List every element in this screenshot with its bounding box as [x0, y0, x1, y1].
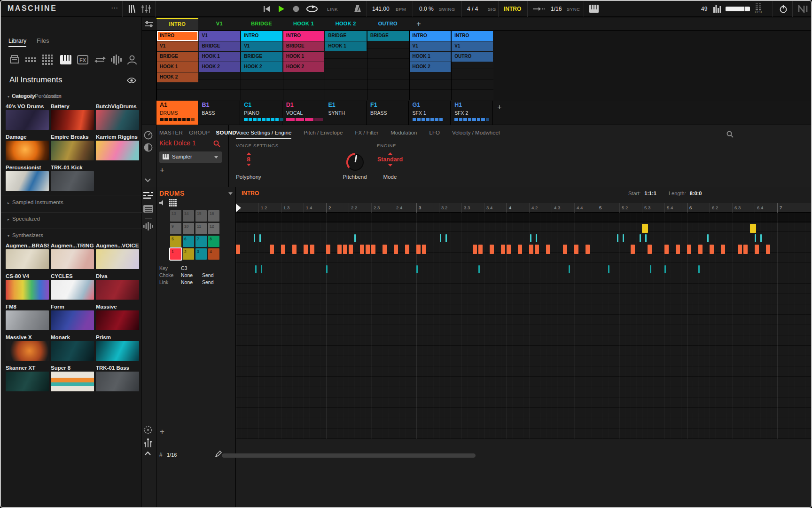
pad-6[interactable]: 6	[183, 236, 194, 247]
arrangement-cell-a1-hook-2[interactable]: HOOK 2	[157, 72, 198, 82]
note-hat[interactable]	[707, 234, 709, 242]
arrangement-cell-h1-outro[interactable]: OUTRO	[452, 52, 493, 62]
fx-icon[interactable]: FX	[77, 55, 88, 64]
editor-pattern-title[interactable]: INTRO	[242, 190, 259, 197]
param-extra-link[interactable]: Send	[202, 279, 214, 285]
instrument-tile-percussionist[interactable]	[6, 171, 49, 191]
browser-toggle-icon[interactable]	[127, 5, 136, 13]
arrangement-cell-c1-v1[interactable]: V1	[241, 41, 282, 51]
param-extra-choke[interactable]: Send	[202, 272, 214, 278]
note-kick[interactable]	[518, 245, 522, 254]
instrument-tile-augmen-trings[interactable]	[51, 249, 94, 269]
list-view-icon[interactable]	[143, 205, 153, 213]
step-size-value[interactable]: 1/16	[167, 452, 177, 458]
note-hat[interactable]	[259, 234, 261, 242]
note-kick[interactable]	[721, 245, 725, 254]
arrangement-cell-c1-hook-2[interactable]: HOOK 2	[241, 62, 282, 72]
note-kick[interactable]	[343, 245, 347, 254]
note-accent[interactable]	[642, 224, 648, 233]
pad-7[interactable]: 7	[195, 236, 207, 247]
note-hat[interactable]	[440, 234, 441, 242]
note-kick[interactable]	[326, 245, 330, 254]
note-perc[interactable]	[608, 265, 609, 273]
arrangement-cell-d1-intro[interactable]: INTRO	[283, 31, 325, 41]
samples-icon[interactable]	[111, 55, 122, 65]
plugin-search-icon[interactable]	[726, 131, 734, 138]
note-kick[interactable]	[490, 245, 494, 254]
sounds-icon[interactable]	[42, 55, 53, 65]
scene-tab-hook-1[interactable]: HOOK 1	[283, 18, 325, 30]
plugin-tab-lfo[interactable]: LFO	[429, 130, 440, 139]
song-view-icon[interactable]	[144, 143, 153, 152]
pad-16[interactable]: 16	[208, 210, 219, 222]
instrument-tile-monark[interactable]	[51, 341, 94, 361]
tab-files[interactable]: Files	[37, 38, 49, 44]
note-hat[interactable]	[755, 234, 756, 242]
instrument-tile-form[interactable]	[51, 310, 94, 330]
mode-value[interactable]: Standard	[372, 155, 408, 164]
note-kick[interactable]	[687, 245, 691, 254]
more-options-icon[interactable]: ⋯	[111, 4, 118, 12]
note-kick[interactable]	[698, 245, 703, 254]
section-header-sampled-instruments[interactable]: ▸Sampled Instruments	[5, 199, 146, 208]
arrangement-cell-e1-bridge[interactable]: BRIDGE	[325, 31, 367, 41]
param-value-choke[interactable]: None	[181, 272, 193, 278]
ideas-view-icon[interactable]	[144, 131, 153, 140]
projects-icon[interactable]	[9, 55, 20, 64]
modulation-pane-icon[interactable]	[144, 426, 152, 434]
note-kick[interactable]	[546, 245, 550, 254]
pad-15[interactable]: 15	[195, 210, 207, 222]
group-box-e1[interactable]: E1SYNTH	[325, 101, 367, 125]
note-kick[interactable]	[473, 245, 477, 254]
mixer-toggle-icon[interactable]	[141, 5, 151, 13]
instrument-tile-karriem-riggins[interactable]	[96, 141, 139, 160]
instrument-tile-super-8[interactable]	[51, 372, 94, 391]
note-perc[interactable]	[255, 265, 257, 273]
note-hat[interactable]	[445, 234, 447, 242]
power-button[interactable]	[779, 5, 788, 13]
note-kick[interactable]	[394, 245, 398, 254]
note-hat[interactable]	[760, 234, 762, 242]
metronome-icon[interactable]	[353, 5, 362, 13]
arrangement-cell-g1-v1[interactable]: V1	[410, 41, 451, 51]
add-group-button[interactable]: +	[495, 103, 504, 112]
instrument-tile-fm8[interactable]	[6, 310, 49, 330]
instruments-icon[interactable]	[60, 55, 71, 64]
note-kick[interactable]	[281, 245, 285, 254]
note-hat[interactable]	[530, 234, 531, 242]
section-header-drums-percussion[interactable]: ▾Drums & Percussion	[5, 93, 146, 102]
collapse-panel-chevron-icon[interactable]	[145, 178, 151, 182]
pad-2[interactable]: 2	[183, 248, 194, 260]
current-section-display[interactable]: INTRO	[504, 6, 521, 12]
restart-button[interactable]	[263, 6, 270, 12]
pitchbend-knob[interactable]	[344, 151, 366, 173]
instrument-tile-butchvigdrums[interactable]	[96, 110, 139, 130]
note-kick[interactable]	[366, 245, 370, 254]
group-box-h1[interactable]: H1SFX 2	[451, 101, 493, 125]
loop-button[interactable]	[305, 5, 319, 13]
note-kick[interactable]	[310, 245, 314, 254]
arrangement-cell-c1-intro[interactable]: INTRO	[241, 31, 282, 41]
polyphony-stepper[interactable]: 8	[234, 152, 264, 166]
pad-5[interactable]: 5	[170, 236, 181, 247]
param-value-link[interactable]: None	[181, 279, 193, 285]
instrument-tile-empire-breaks[interactable]	[51, 141, 94, 160]
instrument-tile-augmen-voices[interactable]	[96, 249, 139, 269]
note-kick[interactable]	[292, 245, 297, 254]
instrument-tile-cs-80-v4[interactable]	[6, 280, 49, 300]
master-volume-slider[interactable]	[726, 7, 750, 11]
keyboard-mode-icon[interactable]	[589, 5, 599, 13]
pad-14[interactable]: 14	[183, 210, 194, 222]
plugin-tab-voice-settings-engine[interactable]: Voice Settings / Engine	[236, 130, 291, 139]
note-perc[interactable]	[326, 265, 328, 273]
pad-1[interactable]: 1	[170, 248, 181, 260]
note-kick[interactable]	[676, 245, 680, 254]
arrangement-cell-d1-hook-2[interactable]: HOOK 2	[283, 62, 325, 72]
group-box-g1[interactable]: G1SFX 1	[409, 101, 451, 125]
note-hat[interactable]	[536, 234, 537, 242]
start-value[interactable]: 1:1:1	[644, 190, 656, 196]
note-kick[interactable]	[755, 245, 759, 254]
bpm-value[interactable]: 141.00	[372, 6, 390, 12]
arrangement-cell-a1-hook-1[interactable]: HOOK 1	[157, 62, 198, 72]
instrument-tile-trk-01-bass[interactable]	[96, 372, 139, 391]
